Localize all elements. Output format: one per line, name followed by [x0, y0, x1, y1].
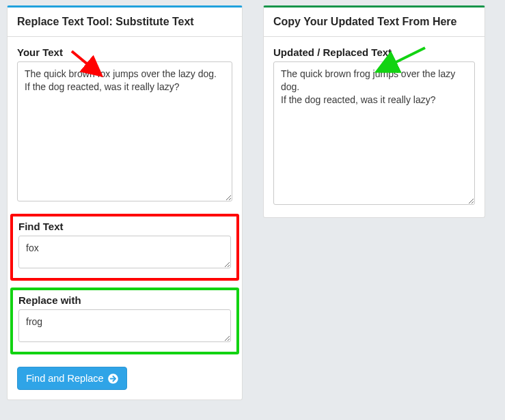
- replace-with-label: Replace with: [18, 294, 231, 306]
- find-section: Find Text: [10, 214, 239, 281]
- output-text[interactable]: [273, 61, 475, 205]
- replace-with-input[interactable]: [18, 309, 231, 342]
- replace-section: Replace with: [10, 288, 239, 354]
- button-label: Find and Replace: [26, 373, 104, 384]
- find-and-replace-button[interactable]: Find and Replace: [17, 367, 127, 390]
- output-card: Copy Your Updated Text From Here Updated…: [263, 5, 485, 218]
- card-title-left: Replace Text Tool: Substitute Text: [8, 8, 242, 37]
- find-text-input[interactable]: [18, 236, 231, 268]
- arrow-circle-right-icon: [108, 374, 118, 384]
- card-title-right: Copy Your Updated Text From Here: [264, 8, 484, 37]
- find-text-label: Find Text: [18, 221, 231, 232]
- your-text-label: Your Text: [17, 46, 232, 58]
- replace-text-card: Replace Text Tool: Substitute Text Your …: [7, 5, 243, 400]
- your-text-input[interactable]: [17, 61, 232, 201]
- output-label: Updated / Replaced Text: [273, 46, 475, 58]
